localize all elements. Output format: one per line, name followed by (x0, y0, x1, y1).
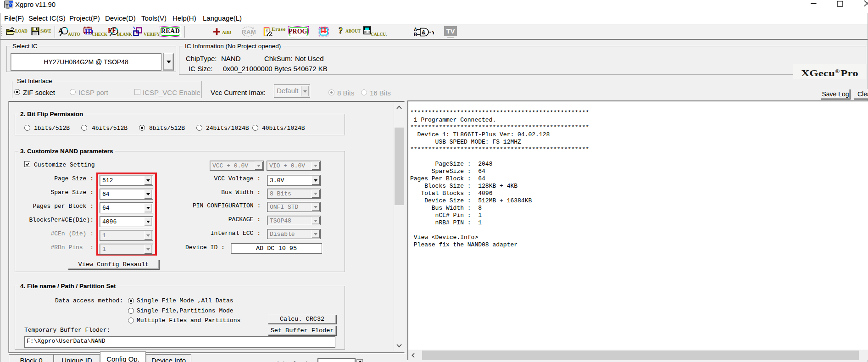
svg-text:?: ? (339, 27, 343, 35)
svg-text:B: B (414, 32, 417, 37)
svg-text:RAM: RAM (242, 28, 256, 35)
svg-text:&: & (422, 29, 426, 36)
svg-text:A: A (414, 27, 417, 32)
svg-text:Y: Y (432, 30, 434, 35)
